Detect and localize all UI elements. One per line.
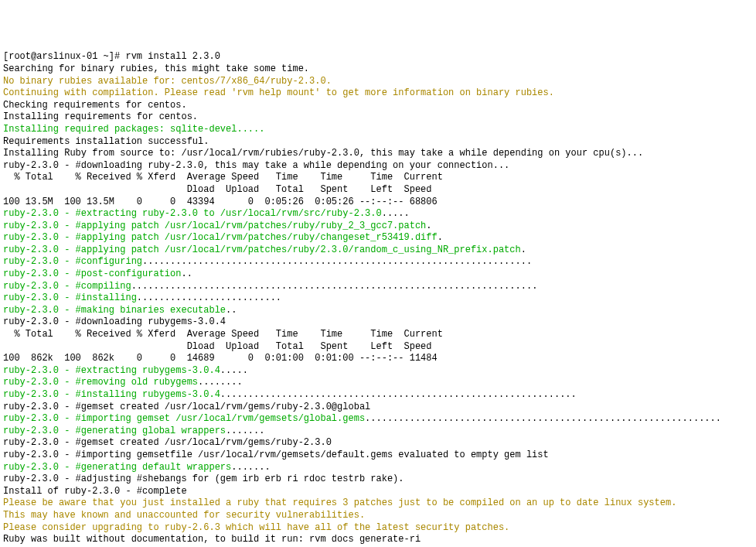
terminal-line: ruby-2.3.0 - #compiling.................… bbox=[3, 281, 753, 293]
terminal-line: ruby-2.3.0 - #adjusting #shebangs for (g… bbox=[3, 473, 753, 486]
terminal-line: Please consider upgrading to ruby-2.6.3 … bbox=[3, 522, 753, 535]
terminal-line: ruby-2.3.0 - #generating default wrapper… bbox=[3, 462, 753, 474]
terminal-text: .......................... bbox=[137, 292, 281, 303]
terminal-line: Checking requirements for centos. bbox=[3, 100, 753, 112]
terminal-line: ruby-2.3.0 - #applying patch /usr/local/… bbox=[3, 221, 753, 233]
terminal-text-green: ruby-2.3.0 - #extracting ruby-2.3.0 to /… bbox=[3, 208, 382, 219]
terminal-text: ........................................… bbox=[142, 256, 532, 267]
terminal-text: ..... bbox=[220, 365, 248, 376]
terminal-text-green: ruby-2.3.0 - #compiling bbox=[3, 281, 131, 292]
terminal-line: ruby-2.3.0 - #making binaries executable… bbox=[3, 305, 753, 317]
terminal-line: ruby-2.3.0 - #gemset created /usr/local/… bbox=[3, 437, 753, 450]
terminal-text-green: ruby-2.3.0 - #post-configuration bbox=[3, 268, 181, 279]
terminal-text-green: ruby-2.3.0 - #generating default wrapper… bbox=[3, 462, 231, 473]
terminal-text-green: ruby-2.3.0 - #applying patch /usr/local/… bbox=[3, 244, 521, 255]
terminal-text: .. bbox=[226, 305, 237, 316]
terminal-text-green: ruby-2.3.0 - #making binaries executable bbox=[3, 305, 226, 316]
terminal-line: % Total % Received % Xferd Average Speed… bbox=[3, 329, 753, 341]
terminal-line: Dload Upload Total Spent Left Speed bbox=[3, 184, 753, 197]
terminal-text: ........................................… bbox=[365, 413, 721, 424]
terminal-line: Please be aware that you just installed … bbox=[3, 497, 753, 510]
terminal-text-green: ruby-2.3.0 - #installing rubygems-3.0.4 bbox=[3, 389, 220, 400]
terminal-text: ....... bbox=[226, 426, 264, 436]
terminal-text: . bbox=[521, 244, 526, 255]
terminal-line: ruby-2.3.0 - #downloading ruby-2.3.0, th… bbox=[3, 160, 753, 173]
terminal-line: Continuing with compilation. Please read… bbox=[3, 87, 753, 100]
terminal-line: ruby-2.3.0 - #extracting rubygems-3.0.4.… bbox=[3, 365, 753, 378]
terminal-text: ..... bbox=[382, 208, 410, 219]
terminal-line: ruby-2.3.0 - #installing rubygems-3.0.4.… bbox=[3, 389, 753, 402]
terminal-text: .. bbox=[181, 268, 192, 279]
terminal-line: ruby-2.3.0 - #post-configuration.. bbox=[3, 268, 753, 281]
terminal-text-green: ruby-2.3.0 - #applying patch /usr/local/… bbox=[3, 232, 438, 243]
terminal-line: Requirements installation successful. bbox=[3, 136, 753, 149]
terminal-text: . bbox=[438, 232, 443, 243]
terminal-text: ........................................… bbox=[131, 281, 538, 292]
terminal-line: No binary rubies available for: centos/7… bbox=[3, 76, 753, 88]
terminal-line: ruby-2.3.0 - #applying patch /usr/local/… bbox=[3, 244, 753, 257]
terminal-text: ........................................… bbox=[220, 389, 577, 400]
terminal-line: ruby-2.3.0 - #removing old rubygems.....… bbox=[3, 377, 753, 389]
terminal-text-green: ruby-2.3.0 - #configuring bbox=[3, 256, 142, 267]
terminal-line: Install of ruby-2.3.0 - #complete bbox=[3, 486, 753, 498]
terminal-line: ruby-2.3.0 - #importing gemsetfile /usr/… bbox=[3, 450, 753, 462]
terminal-line: ruby-2.3.0 - #downloading rubygems-3.0.4 bbox=[3, 316, 753, 329]
terminal-line: % Total % Received % Xferd Average Speed… bbox=[3, 172, 753, 184]
terminal-line: ruby-2.3.0 - #installing................… bbox=[3, 292, 753, 305]
terminal-line: Installing required packages: sqlite-dev… bbox=[3, 124, 753, 136]
terminal-text-green: ruby-2.3.0 - #extracting rubygems-3.0.4 bbox=[3, 365, 220, 376]
terminal-line: ruby-2.3.0 - #applying patch /usr/local/… bbox=[3, 232, 753, 244]
terminal-line: Searching for binary rubies, this might … bbox=[3, 63, 753, 76]
terminal-line: Installing requirements for centos. bbox=[3, 111, 753, 124]
terminal-line: 100 13.5M 100 13.5M 0 0 43394 0 0:05:26 … bbox=[3, 197, 753, 209]
terminal-line: ruby-2.3.0 - #generating global wrappers… bbox=[3, 426, 753, 438]
terminal-line: Ruby was built without documentation, to… bbox=[3, 534, 753, 546]
terminal-text-green: ruby-2.3.0 - #generating global wrappers bbox=[3, 426, 226, 436]
terminal-line: ruby-2.3.0 - #importing gemset /usr/loca… bbox=[3, 413, 753, 426]
terminal-text: . bbox=[426, 221, 431, 231]
terminal-line: This may have known and unaccounted for … bbox=[3, 510, 753, 522]
terminal-line: Installing Ruby from source to: /usr/loc… bbox=[3, 148, 753, 160]
terminal-line: [root@arslinux-01 ~]# rvm install 2.3.0 bbox=[3, 51, 753, 63]
terminal-line: 100 862k 100 862k 0 0 14689 0 0:01:00 0:… bbox=[3, 353, 753, 365]
terminal-line: Dload Upload Total Spent Left Speed bbox=[3, 341, 753, 354]
terminal-line: ruby-2.3.0 - #configuring...............… bbox=[3, 256, 753, 268]
terminal-output: [root@arslinux-01 ~]# rvm install 2.3.0S… bbox=[3, 51, 753, 545]
terminal-text-green: ruby-2.3.0 - #applying patch /usr/local/… bbox=[3, 221, 426, 231]
terminal-text: ....... bbox=[231, 462, 270, 473]
terminal-text-green: ruby-2.3.0 - #removing old rubygems bbox=[3, 377, 198, 388]
terminal-text: ........ bbox=[198, 377, 243, 388]
terminal-text-green: ruby-2.3.0 - #importing gemset /usr/loca… bbox=[3, 413, 365, 424]
terminal-line: ruby-2.3.0 - #extracting ruby-2.3.0 to /… bbox=[3, 208, 753, 221]
terminal-line: ruby-2.3.0 - #gemset created /usr/local/… bbox=[3, 402, 753, 414]
terminal-text-green: ruby-2.3.0 - #installing bbox=[3, 292, 137, 303]
